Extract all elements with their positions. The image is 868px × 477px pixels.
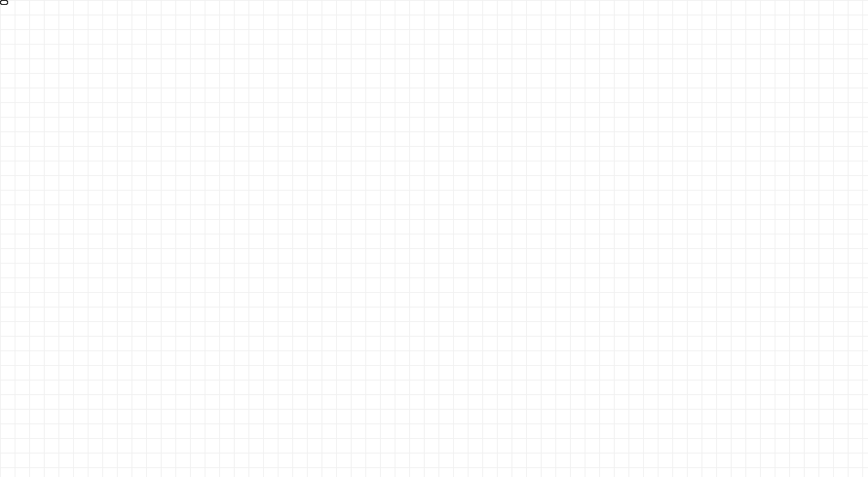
node-server-3 <box>0 0 8 5</box>
edges-layer <box>0 0 868 477</box>
